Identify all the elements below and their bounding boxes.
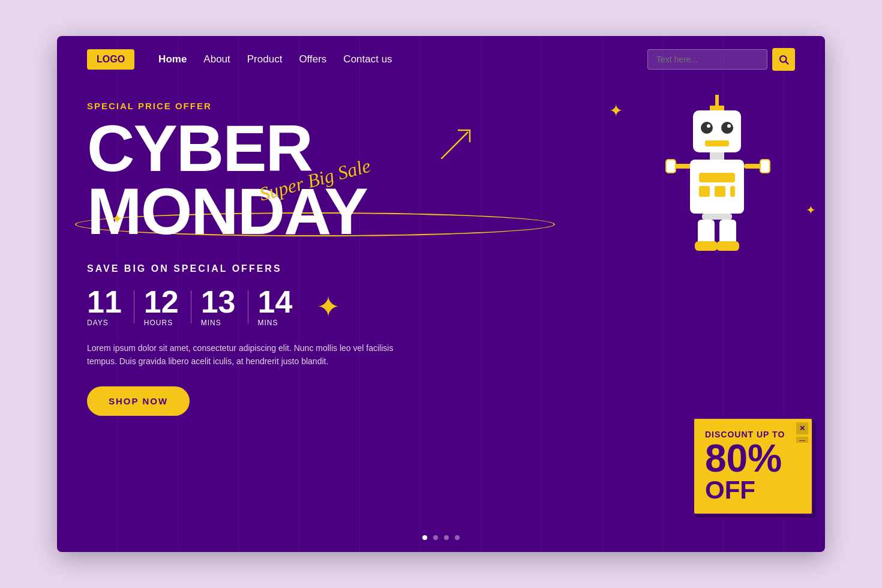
discount-amount: 80% [705, 439, 801, 478]
svg-point-8 [707, 124, 710, 128]
description-text: Lorem ipsum dolor sit amet, consectetur … [87, 341, 399, 368]
special-offer-text: SPECIAL PRICE OFFER [87, 101, 543, 111]
svg-rect-3 [715, 95, 719, 107]
search-button[interactable] [772, 48, 795, 71]
subtitle: SAVE BIG ON SPECIAL OFFERS [87, 263, 543, 274]
nav-home[interactable]: Home [158, 53, 187, 65]
page-wrapper: LOGO Home About Product Offers Contact u… [57, 36, 825, 552]
nav-product[interactable]: Product [247, 53, 283, 65]
discount-badge: ✕ — DISCOUNT UP TO 80% OFF [693, 418, 813, 515]
nav-offers[interactable]: Offers [299, 53, 326, 65]
hero-right: ✦ ✦ [573, 83, 825, 551]
countdown-days-label: DAYS [87, 319, 109, 327]
orbit-star: ✦ [111, 211, 123, 227]
svg-rect-10 [705, 140, 729, 146]
svg-line-1 [785, 61, 788, 64]
svg-point-9 [727, 124, 731, 128]
svg-rect-19 [744, 164, 762, 169]
countdown-hours-value: 12 [144, 286, 179, 317]
countdown-days-value: 11 [87, 286, 122, 317]
countdown-secs-value: 14 [258, 286, 293, 317]
svg-rect-20 [760, 160, 770, 173]
hero-section: SPECIAL PRICE OFFER CYBER MONDAY ✦ Super… [57, 83, 825, 551]
svg-rect-24 [695, 241, 718, 251]
dot-1[interactable] [422, 535, 427, 540]
sparkle-right: ✦ [806, 203, 816, 217]
svg-point-7 [721, 122, 733, 134]
svg-rect-4 [710, 106, 724, 110]
search-input[interactable] [647, 49, 767, 70]
svg-rect-13 [666, 160, 676, 173]
nav-links: Home About Product Offers Contact us [158, 53, 629, 65]
svg-line-2 [441, 132, 468, 159]
divider-1 [134, 290, 134, 323]
dot-2[interactable] [433, 535, 438, 540]
countdown-days: 11 DAYS [87, 286, 134, 327]
countdown-mins-label: MINS [201, 319, 221, 327]
logo: LOGO [87, 49, 134, 70]
countdown-mins: 13 MINS [201, 286, 248, 327]
countdown-secs: 14 MINS [258, 286, 305, 327]
hero-left: SPECIAL PRICE OFFER CYBER MONDAY ✦ Super… [57, 83, 573, 551]
dot-3[interactable] [444, 535, 449, 540]
search-icon [778, 54, 789, 65]
slide-dots [422, 535, 460, 540]
robot-illustration [657, 95, 789, 265]
svg-point-6 [701, 122, 713, 134]
svg-rect-25 [716, 241, 739, 251]
svg-rect-18 [730, 186, 735, 197]
svg-rect-15 [699, 173, 735, 182]
divider-2 [191, 290, 191, 323]
countdown-hours-label: HOURS [144, 319, 173, 327]
sparkle-top-left: ✦ [609, 101, 623, 121]
divider-3 [248, 290, 248, 323]
svg-rect-17 [715, 186, 725, 197]
arrow-icon [441, 129, 471, 164]
countdown-secs-label: MINS [258, 319, 278, 327]
svg-rect-11 [710, 152, 724, 160]
discount-off-text: OFF [705, 478, 801, 503]
star-burst-icon: ✦ [316, 290, 340, 323]
countdown: 11 DAYS 12 HOURS 13 MINS 14 MINS [87, 286, 543, 327]
countdown-mins-value: 13 [201, 286, 236, 317]
navbar: LOGO Home About Product Offers Contact u… [57, 36, 825, 83]
badge-close-button[interactable]: ✕ [796, 422, 808, 434]
badge-minimize-button[interactable]: — [796, 437, 808, 443]
search-area [647, 48, 795, 71]
svg-rect-16 [699, 186, 710, 197]
countdown-hours: 12 HOURS [144, 286, 191, 327]
nav-about[interactable]: About [203, 53, 230, 65]
dot-4[interactable] [455, 535, 460, 540]
nav-contact[interactable]: Contact us [343, 53, 392, 65]
shop-now-button[interactable]: SHOP NOW [87, 386, 190, 416]
title-container: CYBER MONDAY ✦ Super Big Sale [87, 117, 543, 242]
svg-rect-21 [702, 214, 732, 220]
